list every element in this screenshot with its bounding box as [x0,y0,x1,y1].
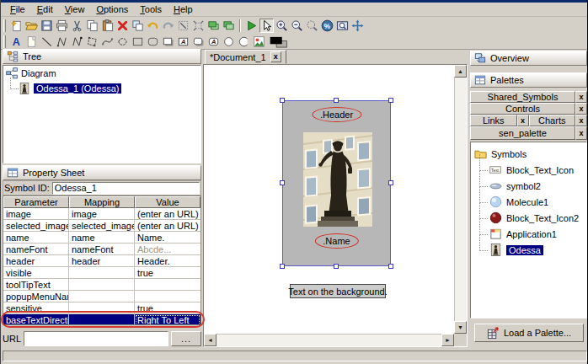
property-row-selected_image[interactable]: selected_imageselected_image(enter an UR… [3,220,200,232]
rounded-rectangle-button[interactable] [146,35,160,49]
column-header-parameter[interactable]: Parameter [3,196,69,208]
property-row-popupMenuName[interactable]: popupMenuName [3,291,200,302]
mapping-cell[interactable] [69,291,135,302]
grow-selection-button[interactable] [191,19,206,33]
parameter-cell[interactable]: visible [3,267,69,279]
selection-handle[interactable] [388,264,393,269]
parameter-cell[interactable]: nameFont [3,244,69,255]
value-cell[interactable]: Header. [135,255,200,267]
rectangle-button[interactable] [131,35,145,49]
toolbar2-grip[interactable] [3,35,6,48]
palette-item-application1[interactable]: Application1 [471,226,586,242]
property-row-sensitive[interactable]: sensitivetrue [3,302,200,314]
value-cell[interactable] [135,279,200,291]
property-row-toolTipText[interactable]: toolTipText [3,279,200,291]
value-cell[interactable]: (enter an URL) [135,220,200,232]
document-tab[interactable]: *Document_1 x [205,50,286,64]
menu-edit[interactable]: Edit [31,3,59,15]
drawing-canvas[interactable]: .Header .Name Text on the background. [204,65,454,334]
property-row-visible[interactable]: visibletrue [3,267,200,279]
arc-button[interactable] [237,35,251,49]
menu-help[interactable]: Help [168,3,199,15]
property-sheet-header[interactable]: Property Sheet [3,165,201,180]
save-button[interactable] [40,19,54,33]
mapping-cell[interactable] [69,314,135,325]
open-button[interactable] [24,19,39,33]
fit-to-window-button[interactable] [335,19,350,33]
palette-tab-label[interactable]: Controls [470,103,575,115]
symbol-id-input[interactable] [52,182,200,195]
line-button[interactable] [40,35,54,49]
run-button[interactable] [244,19,259,33]
canvas-vertical-scrollbar[interactable]: ▲ ▼ [454,65,467,334]
palette-tab-label[interactable]: Shared_Symbols [470,91,575,103]
value-cell[interactable]: Right To Left [135,314,200,325]
bring-to-front-button[interactable] [206,19,221,33]
note-button[interactable] [24,35,39,49]
palette-item-symbol2[interactable]: symbol2 [471,178,586,194]
filled-rounded-rectangle-button[interactable] [191,35,206,49]
insert-image-button[interactable] [252,35,266,49]
value-cell[interactable]: true [135,302,200,314]
parameter-cell[interactable]: toolTipText [3,279,69,291]
mapping-cell[interactable] [69,279,135,291]
send-to-back-button[interactable] [222,19,236,33]
menu-file[interactable]: File [4,3,31,15]
odessa-symbol-object[interactable]: .Header .Name [282,100,391,266]
palette-item-block_text_icon[interactable]: Text.Block_Text_Icon [471,162,586,178]
parameter-cell[interactable]: selected_image [3,220,69,232]
palette-tab-close-button[interactable]: x [517,115,529,126]
palette-tab-label[interactable]: sen_palette [470,126,575,140]
label-rectangle-button[interactable]: A [176,35,190,49]
scroll-right-button[interactable]: ► [441,334,454,346]
selection-handle[interactable] [280,98,285,103]
background-text-object[interactable]: Text on the background. [290,284,386,298]
property-row-header[interactable]: headerheaderHeader. [3,255,200,267]
zoom-percent-button[interactable]: % [320,19,334,33]
mapping-cell[interactable]: image [69,208,135,220]
mapping-cell[interactable]: nameFont [69,244,135,255]
palette-tab-close-button[interactable]: x [575,91,587,103]
column-header-value[interactable]: Value [135,196,200,208]
undo-button[interactable] [146,19,160,33]
menu-options[interactable]: Options [90,3,134,15]
palette-tab-controls[interactable]: Controlsx [470,103,587,115]
selection-handle[interactable] [334,264,339,269]
zoom-out-button[interactable] [290,19,304,33]
scroll-up-button[interactable]: ▲ [454,65,467,78]
copy-button[interactable] [85,19,99,33]
selection-handle[interactable] [334,98,339,103]
palette-tab-close-button[interactable]: x [575,103,587,115]
text-button[interactable]: A [9,35,24,49]
symbols-root-node[interactable]: Symbols [471,146,586,162]
toolbar1-grip[interactable] [3,19,6,32]
value-cell[interactable]: (enter an URL) [135,208,200,220]
zoom-in-button[interactable] [275,19,289,33]
palette-item-molecule1[interactable]: Molecule1 [471,194,586,210]
menu-tools[interactable]: Tools [134,3,168,15]
mapping-cell[interactable]: header [69,255,135,267]
palette-tab-charts[interactable]: Chartsx [529,115,588,126]
shrink-selection-button[interactable] [176,19,190,33]
select-button[interactable] [259,19,274,33]
print-button[interactable] [55,19,69,33]
property-row-name[interactable]: namenameName. [3,232,200,244]
value-cell[interactable] [135,291,200,302]
value-cell[interactable]: Name. [135,232,200,244]
url-input[interactable] [24,331,168,346]
load-palette-button[interactable]: Load a Palette... [474,324,584,342]
polygon-button[interactable] [85,35,99,49]
palette-tab-close-button[interactable]: x [575,115,587,126]
parameter-cell[interactable]: header [3,255,69,267]
parameter-cell[interactable]: image [3,208,69,220]
tree-panel-header[interactable]: Tree [3,49,201,64]
canvas-horizontal-scrollbar[interactable]: ◄ ► [204,334,454,346]
palette-tab-shared_symbols[interactable]: Shared_Symbolsx [470,91,587,103]
zoom-area-button[interactable] [305,19,319,33]
palette-item-odessa[interactable]: Odessa [471,242,586,258]
property-row-baseTextDirection[interactable]: baseTextDirectionRight To Left [3,314,200,325]
color-swatches-button[interactable] [267,35,291,49]
scroll-left-button[interactable]: ◄ [204,334,216,346]
palette-tab-links[interactable]: Linksx [470,115,529,126]
palette-tab-sen_palette[interactable]: sen_palettex [470,126,587,140]
